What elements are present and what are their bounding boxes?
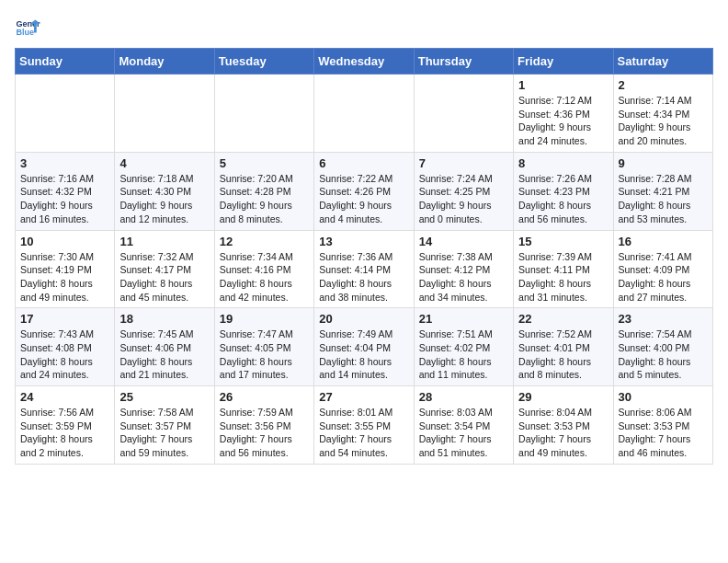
day-number: 17 — [20, 312, 109, 326]
calendar-cell — [414, 75, 513, 153]
day-detail: Sunrise: 7:16 AM Sunset: 4:32 PM Dayligh… — [20, 172, 109, 226]
day-detail: Sunrise: 7:41 AM Sunset: 4:09 PM Dayligh… — [619, 250, 708, 304]
calendar-cell: 9Sunrise: 7:28 AM Sunset: 4:21 PM Daylig… — [613, 152, 712, 230]
day-number: 24 — [20, 390, 109, 404]
day-detail: Sunrise: 8:03 AM Sunset: 3:54 PM Dayligh… — [419, 406, 508, 460]
day-of-week-header: Monday — [115, 49, 214, 75]
day-number: 29 — [518, 390, 608, 404]
day-of-week-header: Wednesday — [314, 49, 414, 75]
calendar-week-row: 3Sunrise: 7:16 AM Sunset: 4:32 PM Daylig… — [16, 152, 713, 230]
day-number: 22 — [518, 312, 608, 326]
logo: General Blue — [15, 15, 40, 40]
day-number: 27 — [319, 390, 408, 404]
day-number: 23 — [619, 312, 708, 326]
calendar-cell: 22Sunrise: 7:52 AM Sunset: 4:01 PM Dayli… — [514, 308, 613, 386]
calendar-cell: 5Sunrise: 7:20 AM Sunset: 4:28 PM Daylig… — [214, 152, 313, 230]
calendar-cell: 2Sunrise: 7:14 AM Sunset: 4:34 PM Daylig… — [613, 75, 712, 153]
day-of-week-header: Sunday — [16, 49, 115, 75]
calendar-cell: 12Sunrise: 7:34 AM Sunset: 4:16 PM Dayli… — [214, 230, 313, 308]
day-detail: Sunrise: 7:45 AM Sunset: 4:06 PM Dayligh… — [119, 327, 209, 382]
calendar-cell: 25Sunrise: 7:58 AM Sunset: 3:57 PM Dayli… — [115, 386, 214, 465]
calendar-header-row: SundayMondayTuesdayWednesdayThursdayFrid… — [16, 49, 713, 75]
calendar-cell: 10Sunrise: 7:30 AM Sunset: 4:19 PM Dayli… — [16, 230, 115, 308]
day-number: 13 — [319, 235, 408, 248]
calendar-cell: 20Sunrise: 7:49 AM Sunset: 4:04 PM Dayli… — [314, 308, 414, 386]
calendar-cell: 18Sunrise: 7:45 AM Sunset: 4:06 PM Dayli… — [115, 308, 214, 386]
calendar-cell: 30Sunrise: 8:06 AM Sunset: 3:53 PM Dayli… — [613, 386, 712, 465]
calendar-cell: 15Sunrise: 7:39 AM Sunset: 4:11 PM Dayli… — [514, 230, 613, 308]
calendar-week-row: 1Sunrise: 7:12 AM Sunset: 4:36 PM Daylig… — [16, 75, 713, 153]
calendar-cell: 8Sunrise: 7:26 AM Sunset: 4:23 PM Daylig… — [514, 152, 613, 230]
calendar-cell — [16, 75, 115, 153]
day-number: 5 — [220, 156, 309, 170]
day-detail: Sunrise: 7:49 AM Sunset: 4:04 PM Dayligh… — [319, 327, 408, 382]
calendar-cell: 27Sunrise: 8:01 AM Sunset: 3:55 PM Dayli… — [314, 386, 414, 465]
day-detail: Sunrise: 7:38 AM Sunset: 4:12 PM Dayligh… — [419, 250, 508, 304]
calendar-cell — [115, 75, 214, 153]
day-number: 14 — [419, 235, 508, 248]
day-detail: Sunrise: 7:59 AM Sunset: 3:56 PM Dayligh… — [220, 406, 309, 460]
calendar-cell: 28Sunrise: 8:03 AM Sunset: 3:54 PM Dayli… — [414, 386, 513, 465]
day-number: 11 — [119, 235, 209, 248]
day-detail: Sunrise: 7:34 AM Sunset: 4:16 PM Dayligh… — [220, 250, 309, 304]
svg-text:Blue: Blue — [16, 28, 34, 37]
calendar-cell: 26Sunrise: 7:59 AM Sunset: 3:56 PM Dayli… — [214, 386, 313, 465]
calendar-week-row: 17Sunrise: 7:43 AM Sunset: 4:08 PM Dayli… — [16, 308, 713, 386]
day-detail: Sunrise: 7:58 AM Sunset: 3:57 PM Dayligh… — [119, 406, 209, 460]
day-detail: Sunrise: 7:14 AM Sunset: 4:34 PM Dayligh… — [619, 94, 708, 148]
calendar-cell: 3Sunrise: 7:16 AM Sunset: 4:32 PM Daylig… — [16, 152, 115, 230]
day-detail: Sunrise: 7:52 AM Sunset: 4:01 PM Dayligh… — [518, 327, 608, 382]
day-number: 25 — [119, 390, 209, 404]
day-number: 15 — [518, 235, 608, 248]
calendar-cell: 24Sunrise: 7:56 AM Sunset: 3:59 PM Dayli… — [16, 386, 115, 465]
day-number: 18 — [119, 312, 209, 326]
day-number: 1 — [518, 78, 608, 92]
day-detail: Sunrise: 8:01 AM Sunset: 3:55 PM Dayligh… — [319, 406, 408, 460]
day-number: 8 — [518, 156, 608, 170]
day-number: 16 — [619, 235, 708, 248]
day-number: 19 — [220, 312, 309, 326]
day-detail: Sunrise: 7:43 AM Sunset: 4:08 PM Dayligh… — [20, 327, 109, 382]
day-number: 26 — [220, 390, 309, 404]
day-detail: Sunrise: 7:56 AM Sunset: 3:59 PM Dayligh… — [20, 406, 109, 460]
day-detail: Sunrise: 7:36 AM Sunset: 4:14 PM Dayligh… — [319, 250, 408, 304]
day-of-week-header: Thursday — [414, 49, 513, 75]
day-detail: Sunrise: 7:54 AM Sunset: 4:00 PM Dayligh… — [619, 327, 708, 382]
calendar-cell: 29Sunrise: 8:04 AM Sunset: 3:53 PM Dayli… — [514, 386, 613, 465]
day-of-week-header: Saturday — [613, 49, 712, 75]
day-detail: Sunrise: 8:04 AM Sunset: 3:53 PM Dayligh… — [518, 406, 608, 460]
day-detail: Sunrise: 7:39 AM Sunset: 4:11 PM Dayligh… — [518, 250, 608, 304]
calendar-cell — [314, 75, 414, 153]
calendar-cell: 4Sunrise: 7:18 AM Sunset: 4:30 PM Daylig… — [115, 152, 214, 230]
day-number: 7 — [419, 156, 508, 170]
logo-icon: General Blue — [15, 15, 40, 40]
calendar-cell: 1Sunrise: 7:12 AM Sunset: 4:36 PM Daylig… — [514, 75, 613, 153]
day-detail: Sunrise: 7:18 AM Sunset: 4:30 PM Dayligh… — [119, 172, 209, 226]
page-header: General Blue — [15, 15, 713, 40]
day-detail: Sunrise: 7:32 AM Sunset: 4:17 PM Dayligh… — [119, 250, 209, 304]
calendar-week-row: 24Sunrise: 7:56 AM Sunset: 3:59 PM Dayli… — [16, 386, 713, 465]
day-number: 10 — [20, 235, 109, 248]
calendar-cell — [214, 75, 313, 153]
day-detail: Sunrise: 7:30 AM Sunset: 4:19 PM Dayligh… — [20, 250, 109, 304]
day-number: 30 — [619, 390, 708, 404]
day-of-week-header: Tuesday — [214, 49, 313, 75]
calendar-cell: 21Sunrise: 7:51 AM Sunset: 4:02 PM Dayli… — [414, 308, 513, 386]
day-detail: Sunrise: 7:12 AM Sunset: 4:36 PM Dayligh… — [518, 94, 608, 148]
day-detail: Sunrise: 7:28 AM Sunset: 4:21 PM Dayligh… — [619, 172, 708, 226]
day-number: 20 — [319, 312, 408, 326]
calendar-cell: 17Sunrise: 7:43 AM Sunset: 4:08 PM Dayli… — [16, 308, 115, 386]
day-detail: Sunrise: 7:20 AM Sunset: 4:28 PM Dayligh… — [220, 172, 309, 226]
calendar-table: SundayMondayTuesdayWednesdayThursdayFrid… — [15, 48, 713, 465]
calendar-cell: 16Sunrise: 7:41 AM Sunset: 4:09 PM Dayli… — [613, 230, 712, 308]
day-detail: Sunrise: 7:26 AM Sunset: 4:23 PM Dayligh… — [518, 172, 608, 226]
day-number: 28 — [419, 390, 508, 404]
day-detail: Sunrise: 8:06 AM Sunset: 3:53 PM Dayligh… — [619, 406, 708, 460]
day-number: 21 — [419, 312, 508, 326]
calendar-cell: 14Sunrise: 7:38 AM Sunset: 4:12 PM Dayli… — [414, 230, 513, 308]
day-number: 3 — [20, 156, 109, 170]
day-of-week-header: Friday — [514, 49, 613, 75]
calendar-cell: 7Sunrise: 7:24 AM Sunset: 4:25 PM Daylig… — [414, 152, 513, 230]
day-number: 2 — [619, 78, 708, 92]
calendar-cell: 19Sunrise: 7:47 AM Sunset: 4:05 PM Dayli… — [214, 308, 313, 386]
